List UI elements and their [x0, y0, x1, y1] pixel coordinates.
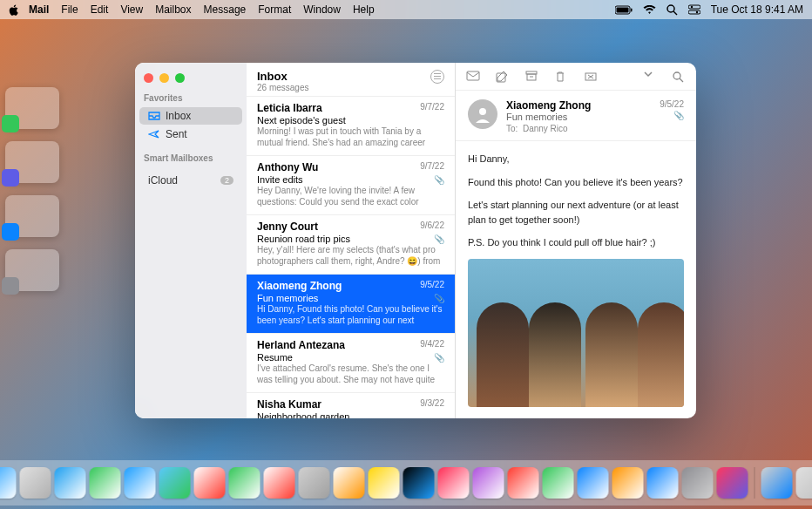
- minimize-button[interactable]: [159, 73, 169, 83]
- sidebar-item-inbox[interactable]: Inbox: [139, 107, 242, 125]
- dock-pages[interactable]: [612, 467, 644, 499]
- mailbox-count: 26 messages: [257, 83, 308, 92]
- dock-numbers[interactable]: [543, 467, 574, 499]
- dock-calendar[interactable]: [264, 467, 295, 499]
- dock-mail[interactable]: [125, 467, 156, 499]
- clock[interactable]: Tue Oct 18 9:41 AM: [711, 3, 803, 16]
- menu-help[interactable]: Help: [353, 3, 375, 16]
- sidebar-item-sent[interactable]: Sent: [139, 126, 242, 143]
- svg-line-16: [680, 78, 683, 82]
- svg-point-17: [479, 108, 486, 115]
- sidebar-section-smart: Smart Mailboxes: [135, 150, 247, 166]
- message-row[interactable]: Anthony Wu9/7/22Invite edits📎Hey Danny, …: [247, 156, 455, 215]
- dock-notes[interactable]: [369, 467, 400, 499]
- dock-separator: [754, 467, 755, 499]
- attachment-icon: 📎: [434, 234, 444, 244]
- sidebar-item-icloud[interactable]: iCloud 2: [139, 172, 242, 189]
- sidebar-item-label: Inbox: [166, 110, 191, 122]
- svg-point-7: [691, 6, 693, 8]
- stage-thumb-messages[interactable]: [5, 87, 59, 129]
- message-row[interactable]: Nisha Kumar9/3/22Neighborhood gardenWe'r…: [247, 393, 455, 418]
- svg-point-3: [667, 5, 674, 12]
- message-body[interactable]: Hi Danny,Found this photo! Can you belie…: [456, 141, 696, 417]
- dock-facetime[interactable]: [229, 467, 261, 499]
- menu-bar: Mail FileEditViewMailboxMessageFormatWin…: [0, 0, 812, 19]
- filter-button[interactable]: [430, 70, 444, 84]
- dock: [0, 460, 812, 506]
- svg-rect-1: [616, 7, 628, 12]
- dock-podcasts[interactable]: [473, 467, 504, 499]
- inbox-icon: [148, 112, 160, 120]
- svg-rect-6: [688, 10, 700, 14]
- wifi-icon[interactable]: [643, 5, 656, 15]
- stage-thumb-shortcuts[interactable]: [5, 141, 59, 183]
- stage-thumb-safari[interactable]: [5, 195, 59, 237]
- menu-edit[interactable]: Edit: [91, 3, 109, 16]
- dock-news[interactable]: [508, 467, 539, 499]
- svg-point-15: [673, 72, 680, 79]
- compose-icon[interactable]: [496, 71, 510, 83]
- menu-format[interactable]: Format: [258, 3, 291, 16]
- menu-file[interactable]: File: [61, 3, 78, 16]
- attachment-icon: 📎: [660, 111, 684, 120]
- envelope-icon[interactable]: [466, 71, 480, 83]
- message-content-pane: Xiaomeng Zhong Fun memories To: Danny Ri…: [456, 63, 696, 418]
- svg-rect-2: [631, 8, 633, 11]
- message-row[interactable]: Herland Antezana9/4/22Resume📎I've attach…: [247, 334, 455, 393]
- message-row[interactable]: Xiaomeng Zhong9/5/22Fun memories📎Hi Dann…: [247, 275, 455, 334]
- dock-maps[interactable]: [159, 467, 191, 499]
- dock-settings[interactable]: [682, 467, 714, 499]
- svg-line-4: [673, 11, 677, 15]
- svg-point-8: [696, 11, 698, 13]
- junk-icon[interactable]: [585, 71, 599, 83]
- message-date: 9/5/22 📎: [660, 99, 684, 120]
- attachment-icon: 📎: [434, 353, 444, 363]
- dock-keynote[interactable]: [578, 467, 609, 499]
- dock-trash[interactable]: [796, 467, 813, 499]
- sidebar-item-label: iCloud: [148, 174, 178, 187]
- close-button[interactable]: [144, 73, 153, 83]
- attachment-icon: 📎: [434, 294, 444, 303]
- zoom-button[interactable]: [175, 73, 185, 83]
- message-header: Xiaomeng Zhong Fun memories To: Danny Ri…: [456, 91, 696, 141]
- message-row[interactable]: Leticia Ibarra9/7/22Next episode's guest…: [247, 97, 455, 156]
- battery-icon[interactable]: [615, 5, 633, 15]
- control-center-icon[interactable]: [688, 4, 700, 15]
- avatar: [468, 99, 497, 129]
- dock-appstore[interactable]: [647, 467, 679, 499]
- dock-tv[interactable]: [403, 467, 435, 499]
- menu-window[interactable]: Window: [303, 3, 341, 16]
- menu-message[interactable]: Message: [204, 3, 247, 16]
- dock-music[interactable]: [438, 467, 470, 499]
- svg-rect-9: [467, 71, 479, 80]
- more-icon[interactable]: [642, 71, 656, 83]
- sidebar-badge: 2: [220, 176, 233, 185]
- menu-view[interactable]: View: [120, 3, 143, 16]
- dock-reminders[interactable]: [334, 467, 365, 499]
- dock-messages[interactable]: [90, 467, 121, 499]
- menu-app-name[interactable]: Mail: [29, 3, 49, 16]
- stage-thumb-settings[interactable]: [5, 249, 59, 291]
- sent-icon: [148, 130, 160, 139]
- svg-rect-5: [688, 5, 700, 9]
- dock-downloads[interactable]: [761, 467, 793, 499]
- dock-safari[interactable]: [55, 467, 86, 499]
- dock-contacts[interactable]: [299, 467, 330, 499]
- dock-photos[interactable]: [194, 467, 226, 499]
- mail-window: Favorites Inbox Sent Smart Mailboxes iCl…: [135, 63, 696, 418]
- sidebar-section-favorites: Favorites: [135, 90, 247, 106]
- stage-manager-strip: [5, 87, 66, 291]
- sidebar-item-label: Sent: [166, 128, 187, 140]
- spotlight-icon[interactable]: [667, 4, 678, 16]
- menu-mailbox[interactable]: Mailbox: [155, 3, 191, 16]
- dock-launchpad[interactable]: [20, 467, 51, 499]
- archive-icon[interactable]: [525, 71, 539, 83]
- trash-icon[interactable]: [555, 71, 569, 83]
- apple-menu[interactable]: [9, 4, 20, 16]
- dock-finder[interactable]: [0, 467, 17, 499]
- message-list[interactable]: Leticia Ibarra9/7/22Next episode's guest…: [247, 97, 455, 418]
- search-icon[interactable]: [672, 71, 686, 83]
- attached-image[interactable]: [468, 259, 684, 407]
- dock-shortcuts[interactable]: [717, 467, 748, 499]
- message-row[interactable]: Jenny Court9/6/22Reunion road trip pics📎…: [247, 215, 455, 275]
